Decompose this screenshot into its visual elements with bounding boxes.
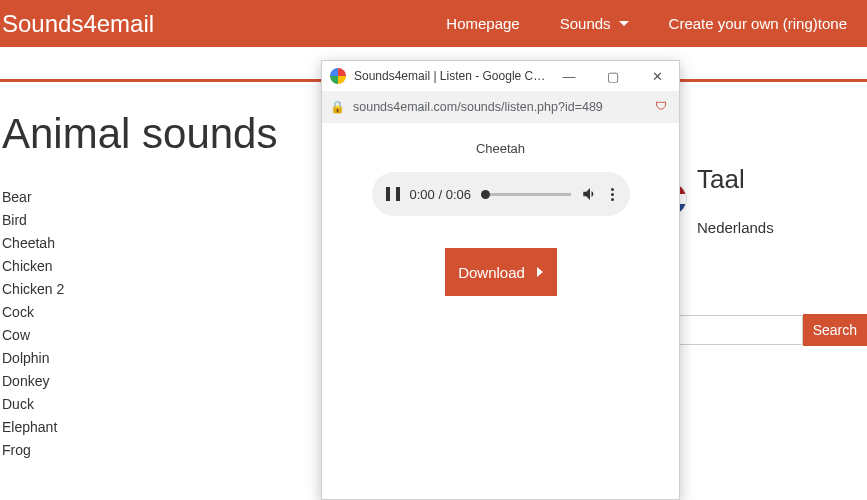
sound-link[interactable]: Donkey [2, 370, 320, 393]
time-elapsed: 0:00 [410, 187, 435, 202]
sound-link[interactable]: Dolphin [2, 347, 320, 370]
window-titlebar: Sounds4email | Listen - Google Chrome — … [322, 61, 679, 91]
address-url[interactable]: sounds4email.com/sounds/listen.php?id=48… [353, 100, 647, 114]
chevron-right-icon [537, 267, 543, 277]
language-heading: Taal [697, 164, 867, 195]
nav-sounds[interactable]: Sounds [540, 15, 649, 32]
nav-create-label: Create your own (ring)tone [669, 15, 847, 32]
page-title: Animal sounds [2, 110, 320, 158]
pause-button[interactable] [386, 187, 400, 201]
sound-link[interactable]: Cheetah [2, 232, 320, 255]
window-maximize-button[interactable]: ▢ [591, 61, 635, 91]
search-row: Search [653, 314, 867, 346]
chrome-icon [330, 68, 346, 84]
sound-link[interactable]: Frog [2, 439, 320, 462]
sound-link[interactable]: Duck [2, 393, 320, 416]
volume-icon[interactable] [581, 185, 599, 203]
language-value[interactable]: Nederlands [697, 219, 867, 236]
seek-track[interactable] [481, 193, 571, 196]
nav-create-ringtone[interactable]: Create your own (ring)tone [649, 15, 867, 32]
chevron-down-icon [619, 21, 629, 26]
sound-link[interactable]: Bear [2, 186, 320, 209]
popup-sound-title: Cheetah [352, 141, 649, 156]
player-time: 0:00 / 0:06 [410, 187, 471, 202]
nav-homepage-label: Homepage [446, 15, 519, 32]
sound-list: BearBirdCheetahChickenChicken 2CockCowDo… [2, 186, 320, 462]
sound-link[interactable]: Cow [2, 324, 320, 347]
brand-logo[interactable]: Sounds4email [0, 10, 154, 38]
popup-window: Sounds4email | Listen - Google Chrome — … [321, 60, 680, 500]
extension-icon[interactable]: 🛡 [655, 99, 671, 115]
nav-homepage[interactable]: Homepage [426, 15, 539, 32]
sound-link[interactable]: Chicken 2 [2, 278, 320, 301]
audio-player: 0:00 / 0:06 [372, 172, 630, 216]
sound-link[interactable]: Cock [2, 301, 320, 324]
top-navbar: Sounds4email Homepage Sounds Create your… [0, 0, 867, 47]
window-title: Sounds4email | Listen - Google Chrome [354, 69, 547, 83]
sound-link[interactable]: Bird [2, 209, 320, 232]
time-total: 0:06 [446, 187, 471, 202]
download-button[interactable]: Download [445, 248, 557, 296]
download-label: Download [458, 264, 525, 281]
sound-link[interactable]: Chicken [2, 255, 320, 278]
search-button[interactable]: Search [803, 314, 867, 346]
address-bar: 🔒 sounds4email.com/sounds/listen.php?id=… [322, 91, 679, 123]
lock-icon: 🔒 [330, 100, 345, 114]
more-menu-icon[interactable] [609, 188, 616, 201]
window-minimize-button[interactable]: — [547, 61, 591, 91]
nav-sounds-label: Sounds [560, 15, 611, 32]
window-close-button[interactable]: ✕ [635, 61, 679, 91]
sound-link[interactable]: Elephant [2, 416, 320, 439]
